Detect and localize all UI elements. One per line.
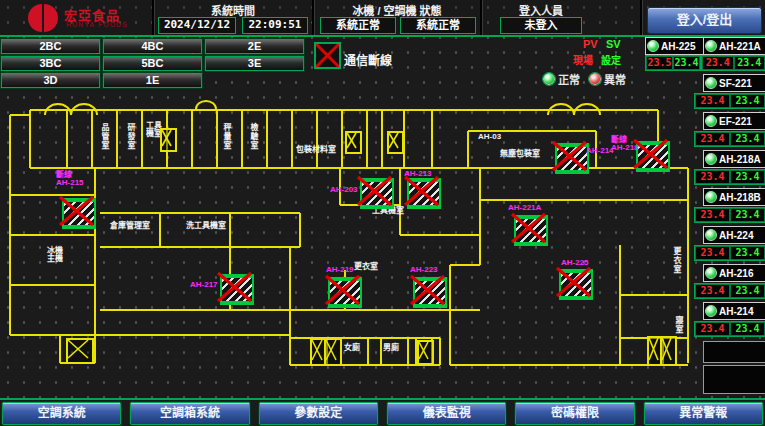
stairwell-x-icon (66, 338, 94, 364)
room-label: 更衣室 (354, 263, 378, 271)
abnormal-label: 異常 (604, 71, 626, 87)
stairwell-spiral-icons (45, 101, 600, 115)
normal-label: 正常 (558, 71, 580, 87)
map-unit-label: AH-221A (508, 204, 541, 212)
room-label: 冰機 主機 (47, 247, 63, 263)
stairwell-x-icon (417, 340, 434, 365)
map-ahu-unit-offline-icon[interactable] (413, 277, 447, 308)
system-date-value: 2024/12/12 (158, 17, 236, 34)
unit-box-ah-216[interactable]: AH-216 (703, 264, 765, 282)
header-bar: 宏亞食品 HUNYA FOODS 系統時間 2024/12/12 22:09:5… (0, 0, 765, 37)
map-ahu-unit-offline-icon[interactable] (62, 198, 96, 229)
unit-led-icon (705, 153, 717, 165)
unit-name: AH-218B (719, 192, 761, 203)
login-user-title: 登入人員 (486, 2, 596, 18)
room-label: 寢室 (674, 316, 682, 334)
map-unit-label: AH-213 (404, 170, 432, 178)
map-ahu-unit-offline-icon[interactable] (328, 277, 362, 308)
map-ahu-unit-offline-icon[interactable] (555, 143, 589, 174)
area-button-3d[interactable]: 3D (1, 73, 100, 88)
sv-label: SV (606, 38, 621, 50)
unit-box-ah-225[interactable]: AH-225 (645, 37, 705, 55)
map-ahu-unit-offline-icon[interactable] (360, 178, 394, 209)
map-ahu-unit-offline-icon[interactable] (559, 269, 593, 300)
map-unit-label: AH-203 (330, 186, 358, 194)
unit-box-ah-218b[interactable]: AH-218B (703, 188, 765, 206)
stairwell-x-icon (160, 128, 177, 152)
chiller-ahu-status-title: 冰機 / 空調機 狀態 (318, 2, 476, 18)
hunya-logo-icon (28, 4, 58, 33)
unit-name: AH-221A (719, 41, 761, 52)
floor-area-buttons: 2BC4BC2E3BC5BC3E3D1E (1, 38, 307, 89)
map-ahu-unit-offline-icon[interactable] (407, 178, 441, 209)
area-button-2bc[interactable]: 2BC (1, 39, 100, 54)
room-label: 秤量室 (222, 123, 230, 150)
sv-value: 23.4 (734, 56, 765, 70)
unit-values: 23.423.4 (701, 55, 765, 71)
unit-name: SF-221 (719, 78, 752, 89)
map-ahu-unit-offline-icon[interactable] (636, 141, 670, 172)
unit-led-icon (705, 305, 717, 317)
system-time-value: 22:09:51 (242, 17, 308, 34)
unit-box-sf-221[interactable]: SF-221 (703, 74, 765, 92)
logo-subtext: HUNYA FOODS (66, 21, 128, 28)
unit-name: AH-214 (719, 306, 753, 317)
area-button-row: 3D1E (1, 72, 307, 89)
unit-name: AH-225 (661, 41, 695, 52)
map-unit-label: AH-225 (561, 259, 589, 267)
pv-value: 23.4 (702, 56, 734, 70)
unit-box-ah-214[interactable]: AH-214 (703, 302, 765, 320)
map-unit-label: 斷線 AH-218 (611, 136, 639, 152)
unit-name: AH-224 (719, 230, 753, 241)
unit-name: AH-218A (719, 154, 761, 165)
map-ahu-unit-offline-icon[interactable] (514, 215, 548, 246)
map-ahu-unit-offline-icon[interactable] (220, 274, 254, 305)
unit-box-ef-221[interactable]: EF-221 (703, 112, 765, 130)
sv-value: 23.4 (673, 56, 700, 70)
unit-box-ah-224[interactable]: AH-224 (703, 226, 765, 244)
unit-led-icon (705, 77, 717, 89)
room-label: 倉庫管理室 (110, 222, 150, 230)
normal-led-icon (543, 73, 555, 85)
legend-abnormal: 異常 (589, 71, 626, 87)
map-unit-label: AH-219 (326, 266, 354, 274)
map-unit-label: AH-214 (586, 147, 614, 155)
comm-loss-label: 通信斷線 (344, 51, 392, 68)
area-button-3e[interactable]: 3E (205, 56, 304, 71)
login-logout-button[interactable]: 登入/登出 (647, 7, 762, 34)
stairwell-x-icon (345, 131, 362, 154)
room-label: 研發室 (126, 123, 134, 150)
room-label: 檢驗室 (249, 123, 257, 150)
area-button-1e[interactable]: 1E (103, 73, 202, 88)
unit-led-icon (705, 267, 717, 279)
system-time-title: 系統時間 (158, 2, 308, 18)
room-label: 男廁 (383, 344, 399, 352)
area-button-2e[interactable]: 2E (205, 39, 304, 54)
unit-box-ah-221a[interactable]: AH-221A (703, 37, 765, 55)
area-button-4bc[interactable]: 4BC (103, 39, 202, 54)
stairwell-x-icon (324, 338, 342, 366)
room-label: 女廁 (344, 344, 360, 352)
footer-button[interactable]: 儀表監視 (387, 402, 506, 425)
area-button-3bc[interactable]: 3BC (1, 56, 100, 71)
legend-normal: 正常 (543, 71, 580, 87)
map-unit-label: 斷線 AH-215 (56, 171, 84, 187)
stairwell-x-icon (660, 336, 677, 366)
footer-button[interactable]: 空調系統 (2, 402, 121, 425)
abnormal-led-icon (589, 73, 601, 85)
footer-button[interactable]: 參數設定 (259, 402, 378, 425)
footer-nav: 空調系統空調箱系統參數設定儀表監視密碼權限異常警報 (0, 398, 765, 426)
footer-button[interactable]: 空調箱系統 (130, 402, 249, 425)
area-button-5bc[interactable]: 5BC (103, 56, 202, 71)
unit-name: AH-216 (719, 268, 753, 279)
footer-button[interactable]: 密碼權限 (515, 402, 634, 425)
map-unit-label: AH-223 (410, 266, 438, 274)
floor-plan-map: 品管室研發室工具 機室秤量室檢驗室包裝材料室AH-03無塵包裝室倉庫管理室洗工具… (0, 95, 765, 398)
ahu-status-value: 系統正常 (400, 17, 476, 34)
unit-led-icon (705, 191, 717, 203)
footer-button[interactable]: 異常警報 (644, 402, 763, 425)
map-unit-label: AH-217 (190, 281, 218, 289)
room-label: 包裝材料室 (296, 146, 336, 154)
unit-led-icon (705, 229, 717, 241)
unit-box-ah-218a[interactable]: AH-218A (703, 150, 765, 168)
